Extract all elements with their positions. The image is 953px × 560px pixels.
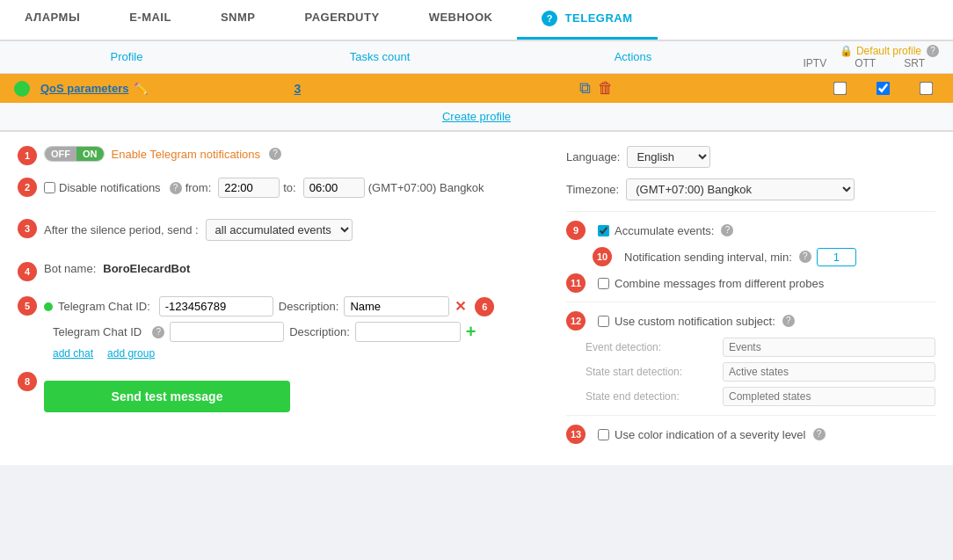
profile-status-dot [14, 81, 30, 97]
tab-pagerduty[interactable]: PAGERDUTY [280, 0, 404, 40]
step13-row: 13 Use color indication of a severity le… [566, 425, 935, 444]
timezone-label: Timezone: [566, 183, 619, 196]
step8-badge: 8 [18, 372, 37, 391]
default-profile-help[interactable]: ? [927, 45, 939, 57]
step10-row: 10 Notification sending interval, min: ? [566, 247, 935, 266]
remove-chat-button[interactable]: ✕ [455, 298, 466, 315]
profile-name[interactable]: QoS parameters [40, 82, 128, 95]
ott-default-checkbox[interactable] [877, 82, 891, 96]
chat-id-input-1[interactable] [159, 296, 273, 316]
tab-webhook[interactable]: WEBHOOK [404, 0, 518, 40]
actions-buttons: ⧉ 🗑 [447, 79, 746, 98]
language-select[interactable]: English Russian Spanish [627, 146, 710, 168]
step4-row: 4 Bot name: BoroElecardBot [18, 262, 549, 284]
right-panel: Language: English Russian Spanish Timezo… [566, 146, 935, 451]
step6-badge: 6 [475, 297, 494, 316]
tasks-count-col-header: Tasks count [253, 41, 506, 73]
event-detection-label: Event detection: [586, 341, 717, 353]
accumulate-events-checkbox[interactable] [598, 225, 609, 236]
step10-badge: 10 [593, 247, 612, 266]
notification-interval-label: Notification sending interval, min: [624, 251, 792, 264]
default-profile-col: 🔒 Default profile ? IPTV OTT SRT [760, 41, 953, 73]
accumulate-events-label: Accumulate events: [615, 224, 714, 237]
chat-id2-help[interactable]: ? [152, 326, 164, 338]
timezone-row: Timezone: (GMT+07:00) Bangkok (GMT+00:00… [566, 178, 935, 200]
step13-badge: 13 [566, 425, 586, 444]
color-indication-checkbox[interactable] [598, 429, 609, 440]
tab-snmp[interactable]: SNMP [196, 0, 280, 40]
srt-default-checkbox[interactable] [920, 82, 934, 96]
state-start-label: State start detection: [586, 366, 717, 378]
custom-notif-checkbox[interactable] [598, 316, 609, 327]
state-start-input[interactable] [723, 362, 935, 382]
enable-telegram-toggle[interactable]: OFF ON [44, 146, 105, 162]
custom-notif-label: Use custom notification subject: [615, 315, 775, 328]
from-time-input[interactable] [218, 178, 280, 198]
disable-notif-help[interactable]: ? [170, 182, 182, 194]
step12-badge: 12 [566, 311, 586, 331]
profile-col-header: Profile [0, 41, 253, 73]
add-chat-plus-button[interactable]: + [466, 322, 476, 342]
tab-email[interactable]: E-MAIL [105, 0, 196, 40]
disable-notif-checkbox[interactable] [44, 182, 55, 193]
add-group-link[interactable]: add group [107, 347, 155, 360]
desc-input-2[interactable] [355, 322, 461, 342]
desc-label-2: Description: [289, 325, 350, 338]
chat-id2-label: Telegram Chat ID [53, 325, 142, 338]
state-start-row: State start detection: [586, 362, 935, 382]
combine-messages-checkbox[interactable] [598, 278, 609, 289]
notification-interval-input[interactable] [817, 248, 856, 266]
enable-telegram-help[interactable]: ? [269, 148, 281, 160]
create-profile-link[interactable]: Create profile [0, 103, 953, 132]
ott-label: OTT [855, 57, 876, 69]
timezone-select[interactable]: (GMT+07:00) Bangkok (GMT+00:00) UTC [626, 178, 855, 200]
accumulate-events-help[interactable]: ? [721, 224, 733, 236]
color-indication-help[interactable]: ? [813, 428, 826, 440]
after-silence-select[interactable]: all accumulated events [206, 219, 353, 241]
iptv-label: IPTV [804, 57, 827, 69]
language-label: Language: [566, 150, 620, 164]
event-detection-input[interactable] [723, 338, 935, 357]
profile-row: QoS parameters ✏️ 3 ⧉ 🗑 [0, 74, 953, 103]
srt-label: SRT [904, 57, 925, 69]
step5-badge: 5 [18, 296, 37, 316]
desc-input-1[interactable] [344, 296, 449, 316]
timezone-display: (GMT+07:00) Bangkok [368, 181, 484, 194]
telegram-icon: ? [542, 11, 557, 26]
tab-alarms[interactable]: АЛАРМЫ [0, 0, 105, 40]
from-label: from: [186, 181, 212, 194]
custom-notif-help[interactable]: ? [782, 315, 795, 327]
language-row: Language: English Russian Spanish [566, 146, 935, 168]
notification-interval-help[interactable]: ? [799, 251, 811, 263]
send-test-button[interactable]: Send test message [44, 381, 290, 412]
state-end-input[interactable] [723, 387, 935, 406]
event-detection-row: Event detection: [586, 338, 935, 357]
step3-row: 3 After the silence period, send : all a… [18, 219, 549, 250]
step9-badge: 9 [566, 221, 586, 240]
tasks-count-value[interactable]: 3 [148, 82, 447, 96]
add-chat-link[interactable]: add chat [53, 347, 93, 360]
chat-id-label: Telegram Chat ID: [58, 300, 150, 313]
custom-notif-sub: Event detection: State start detection: … [566, 338, 935, 406]
default-checkboxes [746, 83, 939, 94]
desc-label-1: Description: [279, 300, 339, 313]
step1-row: 1 OFF ON Enable Telegram notifications ? [18, 146, 549, 165]
sub-header: Profile Tasks count Actions 🔒 Default pr… [0, 41, 953, 74]
lock-icon: 🔒 [840, 45, 853, 57]
copy-button[interactable]: ⧉ [579, 79, 591, 98]
delete-button[interactable]: 🗑 [598, 79, 614, 98]
color-indication-label: Use color indication of a severity level [615, 428, 806, 441]
chat-id-input-2[interactable] [170, 322, 284, 342]
to-time-input[interactable] [303, 178, 365, 198]
tab-telegram[interactable]: ? TELEGRAM [517, 0, 657, 40]
chat-status-dot [44, 302, 53, 311]
iptv-default-checkbox[interactable] [833, 82, 848, 96]
to-label: to: [283, 181, 295, 194]
bot-name-value: BoroElecardBot [103, 262, 190, 275]
bot-label: Bot name: [44, 262, 96, 275]
step2-row: 2 Disable notifications ? from: to: (GMT… [18, 178, 549, 207]
step11-badge: 11 [566, 273, 586, 293]
step3-badge: 3 [18, 219, 37, 238]
chat-row-1: Telegram Chat ID: Description: ✕ 6 [44, 296, 549, 316]
edit-icon[interactable]: ✏️ [134, 82, 148, 95]
